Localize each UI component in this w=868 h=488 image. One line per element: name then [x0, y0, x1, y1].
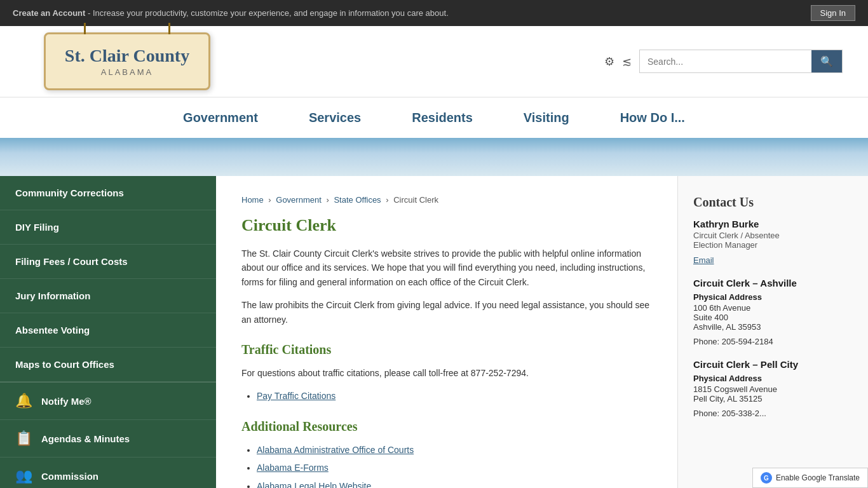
sidebar-item-maps-to-court[interactable]: Maps to Court Offices	[0, 348, 216, 382]
nav-residents[interactable]: Residents	[386, 98, 498, 138]
additional-link-item-3: Alabama Legal Help Website	[257, 479, 652, 488]
agendas-icon: 📋	[15, 430, 32, 447]
alabama-eforms-link[interactable]: Alabama E-Forms	[257, 463, 329, 473]
phone-pell-city: Phone: 205-338-2...	[693, 409, 853, 418]
content-body: The St. Clair County Circuit Clerk's web…	[241, 247, 652, 488]
sidebar-item-filing-fees[interactable]: Filing Fees / Court Costs	[0, 245, 216, 279]
additional-link-item-1: Alabama Administrative Office of Courts	[257, 443, 652, 457]
address-line-pell-city-1: 1815 Cogswell Avenue	[693, 384, 853, 394]
header-right: ⚙ ≲ 🔍	[604, 50, 843, 73]
intro-paragraph-2: The law prohibits the Circuit Clerk from…	[241, 298, 652, 327]
alabama-legal-help-link[interactable]: Alabama Legal Help Website	[257, 481, 371, 488]
address-line-ashville-2: Suite 400	[693, 313, 853, 322]
address-label-ashville: Physical Address	[693, 292, 853, 302]
nav-visiting[interactable]: Visiting	[498, 98, 595, 138]
traffic-link-item: Pay Traffic Citations	[257, 389, 652, 403]
contact-email: Email	[693, 255, 853, 265]
office-name-ashville: Circuit Clerk – Ashville	[693, 278, 853, 288]
office-block-ashville: Circuit Clerk – Ashville Physical Addres…	[693, 278, 853, 346]
contact-title-1: Circuit Clerk / Absentee	[693, 231, 780, 240]
sidebar-item-community-corrections[interactable]: Community Corrections	[0, 176, 216, 210]
logo-title: St. Clair County	[65, 46, 189, 66]
page-title: Circuit Clerk	[241, 216, 652, 235]
top-banner: Create an Account - Increase your produc…	[0, 0, 868, 26]
settings-icon[interactable]: ⚙	[604, 55, 614, 69]
logo-subtitle: ALABAMA	[65, 67, 189, 77]
traffic-paragraph: For questions about traffic citations, p…	[241, 366, 652, 380]
breadcrumb-sep-3: ›	[386, 195, 388, 205]
sidebar-item-diy-filing[interactable]: DIY Filing	[0, 210, 216, 245]
right-panel: Contact Us Kathryn Burke Circuit Clerk /…	[677, 176, 868, 488]
header-icons: ⚙ ≲ 🔍	[604, 50, 843, 73]
search-button[interactable]: 🔍	[811, 50, 842, 72]
breadcrumb-sep-2: ›	[326, 195, 329, 205]
logo-area: St. Clair County ALABAMA	[25, 32, 229, 90]
sidebar-item-agendas-minutes[interactable]: 📋 Agendas & Minutes	[0, 420, 216, 458]
contact-title: Circuit Clerk / Absentee Election Manage…	[693, 231, 853, 250]
address-label-pell-city: Physical Address	[693, 374, 853, 383]
nav-government[interactable]: Government	[158, 98, 283, 138]
share-icon[interactable]: ≲	[622, 55, 632, 69]
additional-section-title: Additional Resources	[241, 416, 652, 437]
contact-section: Contact Us Kathryn Burke Circuit Clerk /…	[693, 195, 853, 418]
traffic-links-list: Pay Traffic Citations	[257, 389, 652, 403]
address-line-ashville-3: Ashville, AL 35953	[693, 322, 853, 332]
logo-box: St. Clair County ALABAMA	[25, 32, 229, 90]
breadcrumb-current: Circuit Clerk	[393, 195, 438, 205]
phone-ashville: Phone: 205-594-2184	[693, 337, 853, 346]
main-nav: Government Services Residents Visiting H…	[0, 97, 868, 138]
agendas-label: Agendas & Minutes	[41, 433, 130, 444]
sidebar: Community Corrections DIY Filing Filing …	[0, 176, 216, 488]
contact-email-link[interactable]: Email	[693, 255, 714, 265]
nav-how-do-i[interactable]: How Do I...	[595, 98, 710, 138]
intro-paragraph-1: The St. Clair County Circuit Clerk's web…	[241, 247, 652, 289]
google-g-icon: G	[761, 472, 772, 484]
translate-label: Enable Google Translate	[776, 473, 860, 482]
banner-text: Create an Account - Increase your produc…	[13, 8, 449, 18]
contact-name: Kathryn Burke	[693, 219, 853, 229]
notify-me-label: Notify Me®	[41, 396, 92, 407]
nav-services[interactable]: Services	[283, 98, 386, 138]
address-line-ashville-1: 100 6th Avenue	[693, 303, 853, 313]
additional-resources-list: Alabama Administrative Office of Courts …	[257, 443, 652, 488]
sign-in-button[interactable]: Sign In	[811, 5, 855, 21]
address-line-pell-city-2: Pell City, AL 35125	[693, 394, 853, 403]
office-block-pell-city: Circuit Clerk – Pell City Physical Addre…	[693, 359, 853, 418]
office-name-pell-city: Circuit Clerk – Pell City	[693, 359, 853, 370]
breadcrumb: Home › Government › State Offices › Circ…	[241, 195, 652, 205]
banner-description: - Increase your productivity, customize …	[85, 8, 448, 18]
breadcrumb-government[interactable]: Government	[276, 195, 322, 205]
traffic-section-title: Traffic Citations	[241, 339, 652, 360]
header: St. Clair County ALABAMA ⚙ ≲ 🔍	[0, 26, 868, 97]
notify-icon: 🔔	[15, 393, 32, 409]
sidebar-item-commission[interactable]: 👥 Commission	[0, 458, 216, 488]
breadcrumb-state-offices[interactable]: State Offices	[334, 195, 381, 205]
sidebar-item-notify-me[interactable]: 🔔 Notify Me®	[0, 383, 216, 420]
contact-section-title: Contact Us	[693, 195, 853, 210]
hero-area	[0, 138, 868, 176]
contact-title-2: Election Manager	[693, 240, 757, 250]
breadcrumb-home[interactable]: Home	[241, 195, 264, 205]
sidebar-item-jury-information[interactable]: Jury Information	[0, 279, 216, 313]
search-input[interactable]	[640, 51, 811, 72]
create-account-link[interactable]: Create an Account	[13, 8, 85, 18]
search-bar: 🔍	[639, 50, 843, 73]
admin-office-courts-link[interactable]: Alabama Administrative Office of Courts	[257, 445, 414, 455]
logo-sign[interactable]: St. Clair County ALABAMA	[44, 32, 210, 90]
commission-icon: 👥	[15, 468, 32, 484]
breadcrumb-sep-1: ›	[268, 195, 271, 205]
google-translate-widget[interactable]: G Enable Google Translate	[752, 468, 868, 488]
sidebar-item-absentee-voting[interactable]: Absentee Voting	[0, 313, 216, 348]
page-layout: Community Corrections DIY Filing Filing …	[0, 176, 868, 488]
additional-link-item-2: Alabama E-Forms	[257, 461, 652, 475]
commission-label: Commission	[41, 471, 98, 482]
main-content: Home › Government › State Offices › Circ…	[216, 176, 677, 488]
pay-traffic-citations-link[interactable]: Pay Traffic Citations	[257, 391, 336, 401]
